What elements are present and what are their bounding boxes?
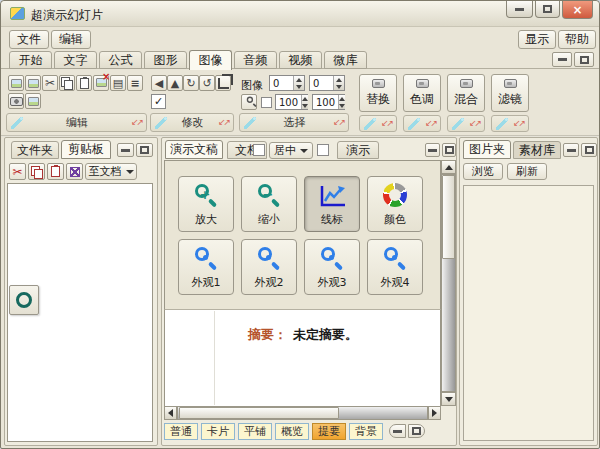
- circle-tool-button[interactable]: [9, 285, 39, 315]
- insert-image-button[interactable]: [8, 75, 24, 91]
- browse-button[interactable]: 浏览: [463, 163, 503, 180]
- color-button[interactable]: 颜色: [367, 176, 423, 232]
- blend-group-footer[interactable]: [447, 115, 485, 132]
- spinner-arrows[interactable]: [338, 95, 345, 109]
- replace-image-button[interactable]: [25, 75, 41, 91]
- rotate-ccw-button[interactable]: ↺: [199, 75, 215, 91]
- modify-checkbox[interactable]: [151, 94, 166, 109]
- refresh-button[interactable]: 刷新: [507, 163, 547, 180]
- horizontal-scrollbar-thumb[interactable]: [179, 407, 339, 419]
- view-tab-outline[interactable]: 提要: [312, 423, 346, 440]
- close-button[interactable]: ×: [562, 1, 593, 19]
- left-panel-minimize-button[interactable]: [117, 143, 134, 157]
- y-spinner[interactable]: 0: [309, 75, 345, 91]
- x-spinner[interactable]: 0: [269, 75, 305, 91]
- tab-materials[interactable]: 素材库: [513, 141, 561, 159]
- filter-button[interactable]: 滤镜: [491, 74, 529, 112]
- to-document-button[interactable]: 至文档: [85, 163, 137, 180]
- camera-button[interactable]: [8, 93, 24, 109]
- flip-vertical-button[interactable]: ▲: [167, 75, 183, 91]
- view-tab-background[interactable]: 背景: [349, 423, 383, 440]
- rotate-cw-button[interactable]: ↻: [183, 75, 199, 91]
- tone-group-footer[interactable]: [403, 115, 441, 132]
- ribbon-minimize-button[interactable]: [552, 52, 572, 67]
- appearance4-button[interactable]: 外观4: [367, 239, 423, 295]
- ribbon-tab-image[interactable]: 图像: [189, 50, 232, 70]
- line-marker-button[interactable]: 线标: [304, 176, 360, 232]
- view-tab-tile[interactable]: 平铺: [238, 423, 272, 440]
- filter-group-footer[interactable]: [491, 115, 529, 132]
- left-panel-restore-button[interactable]: [136, 143, 153, 157]
- viewbar-restore-button[interactable]: [408, 424, 425, 438]
- ribbon-tab-video[interactable]: 视频: [279, 51, 322, 69]
- scroll-down-button[interactable]: [441, 392, 456, 406]
- center-panel-restore-button[interactable]: [442, 143, 456, 157]
- crop-button[interactable]: [215, 75, 231, 91]
- ribbon-tab-library[interactable]: 微库: [324, 51, 367, 69]
- list-button[interactable]: ≡: [127, 75, 143, 91]
- spinner-arrows[interactable]: [293, 76, 304, 90]
- vertical-scrollbar-thumb[interactable]: [442, 175, 455, 259]
- document-area[interactable]: [164, 310, 441, 406]
- replace-button[interactable]: 替换: [359, 74, 397, 112]
- right-panel-restore-button[interactable]: [581, 143, 597, 157]
- tab-clipboard[interactable]: 剪贴板: [61, 140, 111, 159]
- select-group-footer[interactable]: 选择: [239, 113, 349, 132]
- edit-group-footer[interactable]: 编辑: [6, 113, 147, 132]
- scroll-right-button[interactable]: [428, 406, 441, 420]
- menu-file[interactable]: 文件: [9, 30, 49, 49]
- modify-group-footer[interactable]: 修改: [150, 113, 234, 132]
- height-spinner[interactable]: 100: [312, 94, 345, 110]
- view-checkbox-1[interactable]: [253, 144, 265, 156]
- center-align-button[interactable]: 居中: [269, 142, 313, 159]
- delete-image-button[interactable]: [93, 75, 109, 91]
- ribbon-tab-text[interactable]: 文字: [54, 51, 97, 69]
- scroll-left-button[interactable]: [164, 406, 177, 420]
- spinner-arrows[interactable]: [301, 95, 308, 109]
- ribbon-tab-formula[interactable]: 公式: [99, 51, 142, 69]
- replace-group-footer[interactable]: [359, 115, 397, 132]
- view-tab-normal[interactable]: 普通: [164, 423, 198, 440]
- menu-help[interactable]: 帮助: [558, 30, 596, 49]
- appearance3-button[interactable]: 外观3: [304, 239, 360, 295]
- minimize-button[interactable]: [506, 1, 533, 18]
- thumbnail-button[interactable]: [25, 93, 41, 109]
- view-checkbox-2[interactable]: [317, 144, 329, 156]
- flip-horizontal-button[interactable]: ◀: [151, 75, 167, 91]
- ribbon-tab-start[interactable]: 开始: [9, 51, 52, 69]
- width-spinner[interactable]: 100: [275, 94, 308, 110]
- restore-button[interactable]: [535, 1, 560, 18]
- right-panel-minimize-button[interactable]: [563, 143, 579, 157]
- ribbon-tab-audio[interactable]: 音频: [234, 51, 277, 69]
- cut-button[interactable]: [42, 75, 58, 91]
- tab-folder[interactable]: 文件夹: [11, 141, 59, 159]
- clipboard-cut-button[interactable]: [9, 163, 26, 180]
- view-tab-overview[interactable]: 概览: [275, 423, 309, 440]
- tab-demo[interactable]: 演示: [337, 141, 379, 159]
- paste-button[interactable]: [76, 75, 92, 91]
- blend-button[interactable]: 混合: [447, 74, 485, 112]
- spinner-arrows[interactable]: [333, 76, 344, 90]
- align-button[interactable]: ▤: [110, 75, 126, 91]
- center-panel-minimize-button[interactable]: [425, 143, 440, 157]
- clipboard-clear-button[interactable]: [66, 163, 83, 180]
- clipboard-paste-button[interactable]: [47, 163, 64, 180]
- scroll-up-button[interactable]: [441, 160, 456, 174]
- menu-display[interactable]: 显示: [518, 30, 556, 49]
- view-tab-card[interactable]: 卡片: [201, 423, 235, 440]
- zoom-select-button[interactable]: [241, 94, 257, 110]
- appearance2-button[interactable]: 外观2: [241, 239, 297, 295]
- tab-presentation[interactable]: 演示文稿: [165, 140, 223, 159]
- zoom-in-button[interactable]: 放大: [178, 176, 234, 232]
- clipboard-copy-button[interactable]: [28, 163, 45, 180]
- zoom-out-button[interactable]: 缩小: [241, 176, 297, 232]
- viewbar-minimize-button[interactable]: [389, 424, 406, 438]
- ribbon-tab-shape[interactable]: 图形: [144, 51, 187, 69]
- appearance1-button[interactable]: 外观1: [178, 239, 234, 295]
- select-checkbox[interactable]: [261, 97, 272, 108]
- pictures-content[interactable]: [463, 185, 594, 441]
- menu-edit[interactable]: 编辑: [51, 30, 91, 49]
- tab-pictures[interactable]: 图片夹: [463, 140, 511, 159]
- ribbon-restore-button[interactable]: [574, 52, 594, 67]
- tone-button[interactable]: 色调: [403, 74, 441, 112]
